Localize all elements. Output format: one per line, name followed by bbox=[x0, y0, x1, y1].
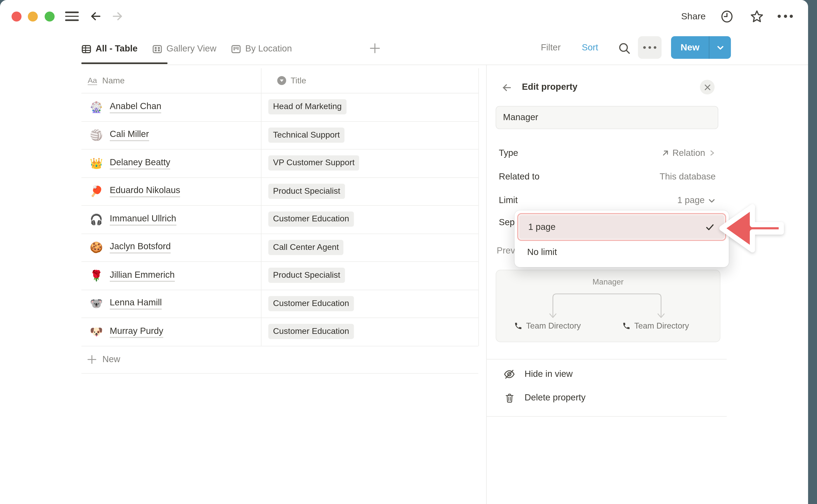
title-cell[interactable]: Call Center Agent bbox=[261, 240, 343, 255]
name-cell[interactable]: 🌹Jillian Emmerich bbox=[81, 269, 261, 282]
board-view-icon bbox=[231, 44, 241, 54]
new-dropdown-chevron[interactable] bbox=[709, 36, 731, 59]
tab-label: By Location bbox=[245, 44, 292, 54]
person-name-link[interactable]: Lenna Hamill bbox=[110, 297, 162, 310]
property-name-input[interactable]: Manager bbox=[496, 106, 718, 129]
table-view-icon bbox=[81, 44, 91, 54]
row-emoji: 🐨 bbox=[90, 298, 104, 309]
table-row[interactable]: 🎧Immanuel Ullrich Customer Education bbox=[81, 205, 479, 234]
annotation-arrow-icon bbox=[718, 204, 787, 253]
traffic-light-zoom[interactable] bbox=[44, 11, 54, 21]
title-tag: VP Customer Support bbox=[268, 155, 359, 171]
check-icon bbox=[705, 222, 714, 232]
tab-gallery-view[interactable]: Gallery View bbox=[152, 44, 216, 54]
sort-button[interactable]: Sort bbox=[582, 43, 598, 53]
person-name-link[interactable]: Murray Purdy bbox=[110, 325, 163, 338]
add-view-icon[interactable] bbox=[369, 43, 380, 54]
more-options-icon[interactable] bbox=[778, 15, 793, 18]
table-row[interactable]: 🐶Murray Purdy Customer Education bbox=[81, 317, 479, 346]
filter-button[interactable]: Filter bbox=[541, 43, 561, 53]
option-label: No limit bbox=[527, 247, 557, 258]
close-icon[interactable] bbox=[700, 80, 715, 94]
person-name-link[interactable]: Jaclyn Botsford bbox=[110, 241, 171, 253]
title-cell[interactable]: VP Customer Support bbox=[261, 155, 359, 171]
name-cell[interactable]: 👑Delaney Beatty bbox=[81, 157, 261, 169]
row-label: Limit bbox=[496, 195, 518, 206]
table-row[interactable]: 🏐Cali Miller Technical Support bbox=[81, 121, 479, 149]
name-cell[interactable]: 🎧Immanuel Ullrich bbox=[81, 213, 261, 225]
back-arrow-icon[interactable] bbox=[89, 10, 102, 23]
dropdown-option-no-limit[interactable]: No limit bbox=[517, 241, 726, 264]
column-divider[interactable] bbox=[261, 68, 261, 346]
tab-label: All - Table bbox=[95, 44, 137, 54]
table-row[interactable]: 🎡Anabel Chan Head of Marketing bbox=[81, 93, 479, 121]
column-header-title[interactable]: Title bbox=[267, 76, 306, 85]
title-tag: Call Center Agent bbox=[268, 240, 343, 255]
title-cell[interactable]: Product Specialist bbox=[261, 268, 345, 283]
title-cell[interactable]: Customer Education bbox=[261, 296, 354, 311]
person-name-link[interactable]: Delaney Beatty bbox=[110, 157, 170, 169]
search-icon[interactable] bbox=[618, 41, 631, 55]
table-row[interactable]: 🌹Jillian Emmerich Product Specialist bbox=[81, 261, 479, 290]
option-label: 1 page bbox=[528, 222, 556, 232]
property-row-related-to[interactable]: Related to This database bbox=[496, 165, 718, 189]
name-cell[interactable]: 🐶Murray Purdy bbox=[81, 325, 261, 338]
person-name-link[interactable]: Anabel Chan bbox=[110, 101, 161, 113]
view-tabs: All - Table Gallery View By Location bbox=[81, 36, 292, 61]
tab-all-table[interactable]: All - Table bbox=[81, 44, 138, 54]
traffic-light-close[interactable] bbox=[11, 11, 21, 21]
view-options-icon[interactable] bbox=[638, 36, 662, 59]
person-name-link[interactable]: Immanuel Ullrich bbox=[110, 213, 176, 225]
title-cell[interactable]: Customer Education bbox=[261, 212, 354, 227]
section-divider bbox=[486, 416, 727, 417]
updates-clock-icon[interactable] bbox=[720, 9, 734, 23]
trash-icon bbox=[503, 392, 516, 404]
new-button-label[interactable]: New bbox=[671, 36, 709, 59]
property-row-type[interactable]: Type Relation bbox=[496, 141, 718, 165]
row-emoji: 🎡 bbox=[90, 101, 104, 113]
arrow-up-right-icon bbox=[662, 149, 669, 157]
preview-child-node: Team Directory bbox=[622, 321, 689, 330]
new-button[interactable]: New bbox=[671, 36, 731, 59]
row-emoji: 🏓 bbox=[90, 185, 104, 197]
property-row-limit[interactable]: Limit 1 page bbox=[496, 189, 718, 212]
preview-child-node: Team Directory bbox=[514, 321, 581, 330]
tab-by-location[interactable]: By Location bbox=[231, 44, 292, 54]
column-header-name[interactable]: Aa Name bbox=[81, 76, 267, 85]
favorite-star-icon[interactable] bbox=[750, 9, 764, 23]
title-cell[interactable]: Head of Marketing bbox=[261, 99, 346, 115]
delete-property-button[interactable]: Delete property bbox=[503, 389, 724, 407]
title-cell[interactable]: Product Specialist bbox=[261, 184, 345, 199]
name-cell[interactable]: 🎡Anabel Chan bbox=[81, 101, 261, 113]
dropdown-option-1-page[interactable]: 1 page bbox=[517, 213, 726, 241]
person-name-link[interactable]: Cali Miller bbox=[110, 129, 149, 141]
panel-back-icon[interactable] bbox=[502, 82, 512, 93]
chevron-down-icon bbox=[716, 43, 724, 52]
plus-icon bbox=[87, 355, 97, 364]
person-name-link[interactable]: Jillian Emmerich bbox=[110, 269, 175, 282]
forward-arrow-icon[interactable] bbox=[111, 10, 124, 23]
name-cell[interactable]: 🍪Jaclyn Botsford bbox=[81, 241, 261, 253]
hide-in-view-button[interactable]: Hide in view bbox=[503, 365, 724, 383]
new-row-label: New bbox=[102, 354, 120, 364]
table-row[interactable]: 🍪Jaclyn Botsford Call Center Agent bbox=[81, 233, 479, 262]
new-row-button[interactable]: New bbox=[81, 346, 479, 374]
traffic-light-minimize[interactable] bbox=[28, 11, 38, 21]
table-row[interactable]: 🏓Eduardo Nikolaus Product Specialist bbox=[81, 177, 479, 206]
title-cell[interactable]: Customer Education bbox=[261, 324, 354, 339]
eye-off-icon bbox=[503, 368, 516, 380]
name-cell[interactable]: 🐨Lenna Hamill bbox=[81, 297, 261, 310]
notion-window: Share All - Table Gallery View By Locati… bbox=[0, 0, 808, 504]
select-property-icon bbox=[277, 76, 286, 85]
share-button[interactable]: Share bbox=[670, 10, 706, 23]
name-cell[interactable]: 🏓Eduardo Nikolaus bbox=[81, 185, 261, 197]
name-cell[interactable]: 🏐Cali Miller bbox=[81, 129, 261, 141]
table-row[interactable]: 🐨Lenna Hamill Customer Education bbox=[81, 289, 479, 318]
title-cell[interactable]: Technical Support bbox=[261, 127, 344, 143]
title-tag: Head of Marketing bbox=[268, 99, 346, 115]
person-name-link[interactable]: Eduardo Nikolaus bbox=[110, 185, 180, 197]
preview-child-label: Team Directory bbox=[634, 321, 689, 330]
table-row[interactable]: 👑Delaney Beatty VP Customer Support bbox=[81, 149, 479, 178]
sidebar-menu-icon[interactable] bbox=[65, 11, 79, 21]
panel-title: Edit property bbox=[522, 82, 578, 92]
